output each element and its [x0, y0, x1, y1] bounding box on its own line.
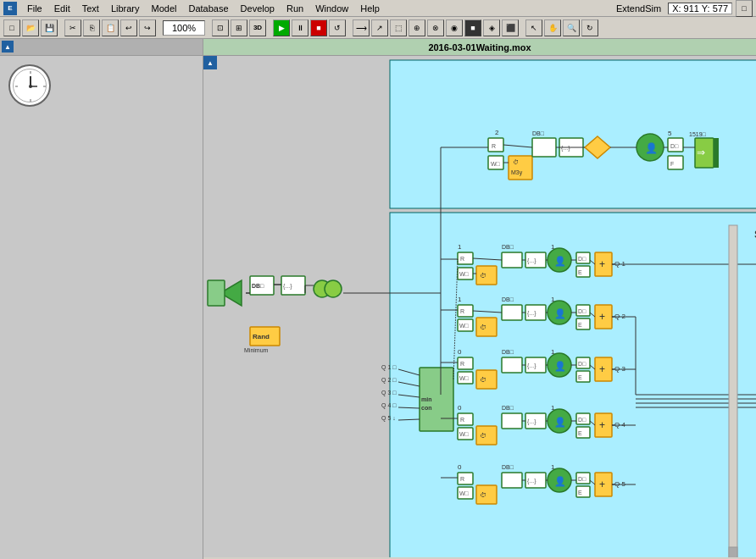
svg-text:⇒: ⇒: [697, 147, 705, 158]
svg-text:min: min: [421, 396, 431, 402]
svg-text:+: +: [599, 419, 605, 431]
svg-text:DB□: DB□: [502, 464, 514, 470]
reset-button[interactable]: ↺: [329, 19, 346, 36]
grid-button[interactable]: ⊞: [231, 19, 247, 36]
zoom-fit[interactable]: ⊡: [212, 19, 229, 36]
svg-text:0: 0: [458, 463, 462, 471]
svg-text:👤: 👤: [554, 416, 566, 428]
run-button[interactable]: ▶: [273, 19, 290, 36]
connect-button[interactable]: ⟶: [353, 19, 370, 36]
svg-text:D□: D□: [578, 476, 586, 482]
tool5[interactable]: ◈: [483, 19, 500, 36]
main-area: ▲ 2016-03-01Waiting.mox: [0, 39, 756, 559]
menu-window[interactable]: Window: [310, 3, 353, 14]
svg-text:R: R: [460, 417, 464, 423]
svg-rect-43: [532, 138, 556, 157]
svg-text:W□: W□: [459, 271, 470, 277]
svg-text:R: R: [460, 361, 464, 367]
open-button[interactable]: 📂: [22, 19, 39, 36]
paste-button[interactable]: 📋: [102, 19, 119, 36]
doc-corner-icon: ▲: [203, 56, 217, 69]
menu-edit[interactable]: Edit: [49, 3, 75, 14]
svg-text:👤: 👤: [645, 141, 658, 154]
svg-text:E: E: [578, 269, 582, 275]
simulation-canvas[interactable]: SINGLE LINE SEPARATE LINES DB□ {...}: [203, 56, 756, 557]
clock-widget[interactable]: [8, 64, 51, 107]
svg-text:W□: W□: [459, 375, 470, 381]
svg-text:👤: 👤: [554, 255, 566, 267]
menu-model[interactable]: Model: [147, 3, 182, 14]
svg-text:R: R: [460, 308, 464, 314]
svg-text:1519□: 1519□: [689, 131, 707, 137]
menu-text[interactable]: Text: [77, 3, 104, 14]
svg-text:W□: W□: [459, 323, 470, 329]
canvas-area: 2016-03-01Waiting.mox ▲ SINGLE LINE SEPA…: [203, 39, 756, 559]
tool2[interactable]: ⊗: [427, 19, 444, 36]
select-button[interactable]: ⬚: [390, 19, 407, 36]
clock-svg: [14, 69, 47, 103]
redo-button[interactable]: ↪: [139, 19, 156, 36]
svg-text:⏱: ⏱: [513, 159, 519, 165]
stop-button[interactable]: ■: [310, 19, 327, 36]
hand-tool[interactable]: ✋: [544, 19, 561, 36]
menu-file[interactable]: File: [22, 3, 47, 14]
svg-text:Q 3 □: Q 3 □: [381, 390, 397, 396]
svg-text:Rand: Rand: [253, 333, 270, 340]
svg-text:DB□: DB□: [502, 349, 514, 355]
svg-text:DB□: DB□: [502, 244, 514, 250]
menu-help[interactable]: Help: [355, 3, 385, 14]
tool3[interactable]: ◉: [446, 19, 463, 36]
svg-text:R: R: [460, 256, 464, 262]
menu-develop[interactable]: Develop: [236, 3, 280, 14]
zoom-input[interactable]: 100%: [163, 20, 205, 36]
svg-text:D□: D□: [670, 143, 679, 149]
svg-text:E: E: [578, 430, 582, 436]
3d-button[interactable]: 3D: [249, 19, 266, 36]
svg-text:DB□: DB□: [532, 130, 545, 136]
svg-rect-226: [729, 225, 737, 557]
svg-point-2: [29, 85, 32, 88]
svg-text:F: F: [670, 161, 674, 167]
svg-text:{...}: {...}: [527, 363, 536, 369]
svg-text:D□: D□: [578, 256, 586, 262]
svg-text:W□: W□: [459, 490, 470, 496]
panel-title: ▲: [0, 39, 203, 56]
tool4[interactable]: ■: [464, 19, 481, 36]
cut-button[interactable]: ✂: [64, 19, 81, 36]
svg-rect-227: [729, 547, 737, 557]
copy-button[interactable]: ⎘: [83, 19, 100, 36]
diagram-svg: SINGLE LINE SEPARATE LINES DB□ {...}: [203, 56, 756, 557]
save-button[interactable]: 💾: [41, 19, 58, 36]
svg-text:Q 4 □: Q 4 □: [381, 402, 397, 409]
svg-text:1: 1: [458, 296, 462, 303]
menu-library[interactable]: Library: [106, 3, 145, 14]
svg-rect-57: [714, 138, 719, 168]
svg-text:con: con: [421, 405, 431, 411]
menu-database[interactable]: Database: [183, 3, 233, 14]
svg-text:+: +: [599, 258, 605, 270]
toolbar-extra[interactable]: □: [736, 0, 753, 17]
undo-button[interactable]: ↩: [120, 19, 137, 36]
new-button[interactable]: □: [3, 19, 20, 36]
pointer-tool[interactable]: ↖: [525, 19, 542, 36]
arrow-button[interactable]: ↗: [371, 19, 388, 36]
svg-text:D□: D□: [578, 361, 586, 367]
svg-text:👤: 👤: [554, 360, 566, 372]
menu-run[interactable]: Run: [281, 3, 309, 14]
menu-items: File Edit Text Library Model Database De…: [22, 3, 385, 14]
svg-text:+: +: [599, 479, 605, 490]
svg-text:+: +: [599, 363, 605, 375]
svg-rect-72: [502, 252, 522, 268]
svg-text:W□: W□: [491, 161, 501, 167]
svg-text:DB□: DB□: [502, 405, 514, 411]
svg-text:DB□: DB□: [252, 283, 264, 289]
step-button[interactable]: ⏸: [292, 19, 309, 36]
document-title: 2016-03-01Waiting.mox: [428, 42, 531, 53]
tool1[interactable]: ⊕: [409, 19, 425, 36]
svg-text:👤: 👤: [554, 307, 566, 319]
svg-text:⏱: ⏱: [480, 324, 486, 331]
zoom-tool[interactable]: 🔍: [563, 19, 580, 36]
rotate-tool[interactable]: ↻: [581, 19, 598, 36]
tool6[interactable]: ⬛: [502, 19, 519, 36]
svg-text:W□: W□: [459, 431, 470, 437]
